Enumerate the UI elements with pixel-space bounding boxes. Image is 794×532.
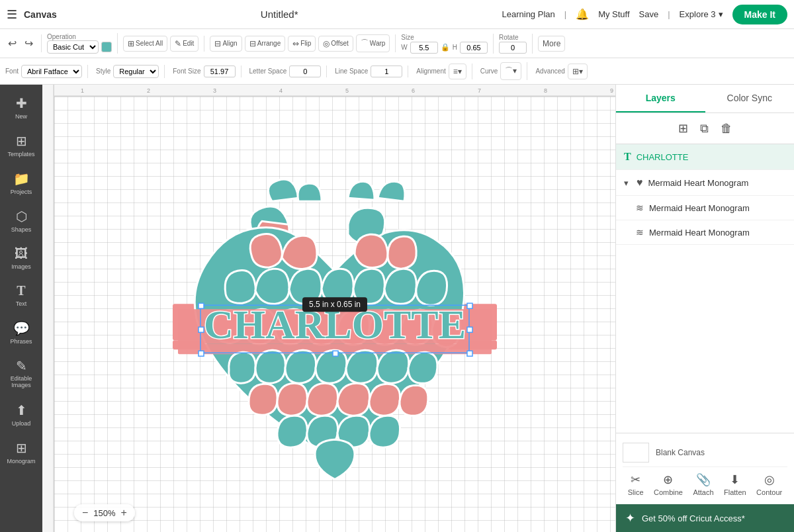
monogram-icon: ⊞ bbox=[16, 440, 27, 456]
duplicate-button[interactable]: ⧉ bbox=[697, 119, 711, 138]
svg-text:7: 7 bbox=[478, 87, 481, 94]
images-icon: 🖼 bbox=[15, 246, 28, 261]
layers-list: T CHARLOTTE ▾ ♥ Mermaid Heart Monogram ≋… bbox=[616, 144, 794, 433]
design-canvas: CHARLOTTE CHARLOTTE bbox=[120, 135, 550, 508]
layer-bottom-actions: ✂ Slice ⊕ Combine 📎 Attach ⬇ Flatten ◎ bbox=[623, 466, 787, 499]
layer-item-charlotte[interactable]: T CHARLOTTE bbox=[616, 144, 794, 170]
right-panel: Layers Color Sync ⊞ ⧉ 🗑 T CHARLOTTE ▾ ♥ bbox=[615, 85, 794, 532]
operation-select[interactable]: Basic Cut bbox=[47, 40, 99, 54]
svg-rect-20 bbox=[467, 303, 472, 308]
align-icon: ⊟ bbox=[214, 39, 221, 48]
bottom-panel: Blank Canvas ✂ Slice ⊕ Combine 📎 Attach … bbox=[616, 433, 794, 504]
height-input[interactable] bbox=[460, 42, 488, 54]
align-button[interactable]: ⊟ Align bbox=[210, 36, 242, 52]
shapes-icon: ⬡ bbox=[16, 208, 27, 224]
flatten-action[interactable]: ⬇ Flatten bbox=[724, 472, 746, 496]
editable-images-icon: ✎ bbox=[16, 358, 27, 374]
file-title[interactable]: Untitled* bbox=[261, 9, 298, 20]
offset-button[interactable]: ◎ Offset bbox=[318, 36, 353, 52]
combine-label: Combine bbox=[654, 488, 683, 496]
ruler-vertical bbox=[42, 85, 54, 532]
sidebar-item-new[interactable]: ✚ New bbox=[3, 90, 40, 125]
flatten-label: Flatten bbox=[724, 488, 746, 496]
sidebar-item-templates[interactable]: ⊞ Templates bbox=[3, 128, 40, 163]
letter-space-input[interactable] bbox=[289, 66, 321, 77]
sidebar-item-editable-images[interactable]: ✎ Editable Images bbox=[3, 353, 40, 394]
secondary-toolbar: Font Abril Fatface Style Regular Font Si… bbox=[0, 58, 794, 85]
slice-action[interactable]: ✂ Slice bbox=[628, 472, 644, 496]
warp-button[interactable]: ⌒ Warp bbox=[356, 34, 390, 52]
mermaid-layer-2-icon: ≋ bbox=[636, 227, 644, 238]
blank-canvas-row: Blank Canvas bbox=[623, 439, 787, 466]
zoom-controls: − 150% + bbox=[74, 504, 135, 521]
style-select[interactable]: Regular bbox=[113, 65, 159, 78]
sidebar-item-upload[interactable]: ⬆ Upload bbox=[3, 397, 40, 432]
select-all-button[interactable]: ⊞ Select All bbox=[123, 36, 167, 52]
size-tooltip: 5.5 in x 0.65 in bbox=[302, 297, 367, 312]
sidebar-item-projects[interactable]: 📁 Projects bbox=[3, 165, 40, 200]
combine-action[interactable]: ⊕ Combine bbox=[654, 472, 683, 496]
explore-button[interactable]: Explore 3 ▾ bbox=[680, 9, 723, 19]
flip-button[interactable]: ⇔ Flip bbox=[288, 36, 316, 52]
canvas-area[interactable]: 1 2 3 4 5 6 7 8 9 bbox=[42, 85, 615, 532]
attach-icon: 📎 bbox=[696, 472, 711, 487]
top-bar: ☰ Canvas Untitled* Learning Plan | 🔔 My … bbox=[0, 0, 794, 29]
contour-action[interactable]: ◎ Contour bbox=[756, 472, 782, 496]
sidebar-item-phrases[interactable]: 💬 Phrases bbox=[3, 315, 40, 350]
layer-item-mermaid-group[interactable]: ▾ ♥ Mermaid Heart Monogram bbox=[616, 170, 794, 196]
svg-text:8: 8 bbox=[544, 87, 547, 94]
rotate-input[interactable] bbox=[499, 42, 527, 54]
bell-icon[interactable]: 🔔 bbox=[576, 8, 589, 21]
delete-button[interactable]: 🗑 bbox=[718, 119, 735, 138]
make-it-button[interactable]: Make It bbox=[732, 5, 787, 24]
tab-color-sync[interactable]: Color Sync bbox=[705, 85, 795, 112]
font-select[interactable]: Abril Fatface bbox=[21, 65, 82, 78]
sidebar-item-monogram[interactable]: ⊞ Monogram bbox=[3, 435, 40, 470]
edit-button[interactable]: ✎ Edit bbox=[170, 36, 198, 52]
flip-icon: ⇔ bbox=[292, 39, 299, 48]
left-sidebar: ✚ New ⊞ Templates 📁 Projects ⬡ Shapes 🖼 … bbox=[0, 85, 42, 532]
more-button[interactable]: More bbox=[538, 36, 565, 52]
sidebar-item-text[interactable]: T Text bbox=[3, 278, 40, 312]
line-space-input[interactable] bbox=[371, 66, 402, 77]
svg-rect-21 bbox=[198, 351, 204, 356]
zoom-out-icon: − bbox=[82, 507, 88, 518]
sidebar-item-shapes[interactable]: ⬡ Shapes bbox=[3, 203, 40, 238]
slice-label: Slice bbox=[628, 488, 644, 496]
chevron-down-icon: ▾ bbox=[719, 9, 723, 19]
save-button[interactable]: Save bbox=[639, 9, 659, 19]
zoom-in-icon: + bbox=[121, 507, 127, 518]
my-stuff-link[interactable]: My Stuff bbox=[598, 9, 629, 19]
learning-plan[interactable]: Learning Plan bbox=[502, 9, 555, 19]
menu-icon[interactable]: ☰ bbox=[7, 7, 17, 22]
zoom-out-button[interactable]: − bbox=[81, 507, 89, 519]
layer-item-mermaid-2[interactable]: ≋ Mermaid Heart Monogram bbox=[616, 220, 794, 245]
attach-action[interactable]: 📎 Attach bbox=[693, 472, 713, 496]
upload-icon: ⬆ bbox=[16, 402, 27, 418]
chevron-down-icon: ▾ bbox=[624, 178, 629, 188]
redo-button[interactable]: ↪ bbox=[22, 34, 36, 52]
arrange-button[interactable]: ⊟ Arrange bbox=[245, 36, 286, 52]
promo-bar[interactable]: ✦ Get 50% off Cricut Access* bbox=[616, 504, 794, 532]
delete-icon: 🗑 bbox=[721, 122, 732, 135]
sidebar-item-images[interactable]: 🖼 Images bbox=[3, 241, 40, 275]
curve-button[interactable]: ⌒▾ bbox=[500, 62, 521, 80]
width-input[interactable] bbox=[410, 42, 438, 54]
alignment-button[interactable]: ≡▾ bbox=[449, 64, 466, 79]
top-bar-right: Learning Plan | 🔔 My Stuff Save | Explor… bbox=[502, 5, 788, 24]
lock-icon[interactable]: 🔒 bbox=[441, 43, 450, 52]
mermaid-layer-1-icon: ≋ bbox=[636, 202, 644, 213]
tab-layers[interactable]: Layers bbox=[616, 85, 705, 112]
layer-item-mermaid-1[interactable]: ≋ Mermaid Heart Monogram bbox=[616, 196, 794, 220]
color-swatch[interactable] bbox=[101, 42, 112, 52]
zoom-in-button[interactable]: + bbox=[120, 507, 128, 519]
advanced-button[interactable]: ⊞▾ bbox=[568, 64, 588, 79]
svg-rect-25 bbox=[467, 327, 472, 332]
right-tabs: Layers Color Sync bbox=[616, 85, 794, 113]
group-button[interactable]: ⊞ bbox=[676, 118, 691, 138]
font-size-input[interactable] bbox=[204, 66, 236, 77]
undo-button[interactable]: ↩ bbox=[5, 34, 19, 52]
svg-text:4: 4 bbox=[279, 87, 283, 94]
svg-rect-23 bbox=[467, 351, 472, 356]
svg-rect-22 bbox=[333, 351, 338, 356]
